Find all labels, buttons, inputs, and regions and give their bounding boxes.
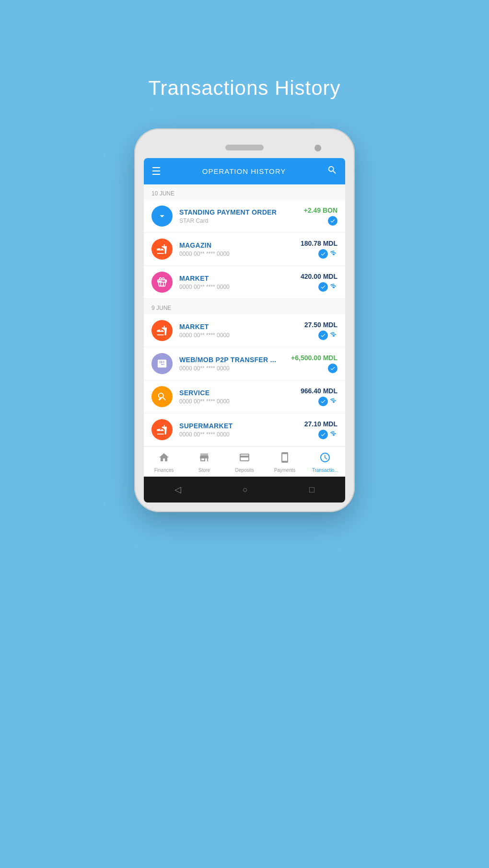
- amount-value: +2.49 BON: [304, 206, 338, 214]
- transaction-icon: [151, 239, 173, 260]
- phone-top: [144, 138, 345, 158]
- amount-value: 27.50 MDL: [304, 321, 338, 329]
- transaction-amount: 27.10 MDL: [304, 420, 338, 439]
- check-icon: [318, 331, 328, 340]
- nfc-icon: [330, 331, 338, 340]
- store-nav-label: Store: [198, 468, 210, 473]
- amount-value: 27.10 MDL: [304, 420, 338, 428]
- store-nav-icon: [198, 452, 210, 466]
- deposits-nav-label: Deposits: [235, 468, 254, 473]
- check-icon: [328, 364, 338, 373]
- amount-value: 180.78 MDL: [301, 240, 338, 247]
- nav-item-payments[interactable]: Payments: [265, 447, 305, 477]
- transaction-item[interactable]: MARKET 0000 00** **** 0000 27.50 MDL: [144, 314, 345, 347]
- transactions-list: 10 JUNE Standing payment order STAR Card…: [144, 184, 345, 446]
- transaction-icon: [151, 320, 173, 341]
- transaction-item[interactable]: Standing payment order STAR Card +2.49 B…: [144, 200, 345, 233]
- app-bar-title: OPERATION HISTORY: [202, 167, 286, 175]
- transaction-sub: 0000 00** **** 0000: [179, 398, 301, 405]
- nav-item-store[interactable]: Store: [184, 447, 224, 477]
- nav-item-finances[interactable]: Finances: [144, 447, 184, 477]
- check-icon: [328, 216, 338, 226]
- page-title: Transactions History: [148, 77, 340, 100]
- transaction-icon: [151, 386, 173, 407]
- transaction-name: Standing payment order: [179, 208, 304, 216]
- check-icon: [318, 249, 328, 259]
- transaction-details: MARKET 0000 00** **** 0000: [179, 323, 304, 339]
- check-icon: [318, 397, 328, 406]
- transaction-details: Standing payment order STAR Card: [179, 208, 304, 224]
- finances-nav-icon: [158, 452, 170, 466]
- nfc-icon: [330, 249, 338, 259]
- transaction-item[interactable]: MARKET 0000 00** **** 0000 420.00 MDL: [144, 266, 345, 299]
- transaction-icon: [151, 206, 173, 227]
- recent-button[interactable]: □: [309, 485, 314, 495]
- transaction-amount: 27.50 MDL: [304, 321, 338, 340]
- nfc-icon: [330, 430, 338, 439]
- amount-status-icons: [318, 430, 338, 439]
- deposits-nav-icon: [239, 452, 250, 466]
- transaction-sub: 0000 00** **** 0000: [179, 284, 301, 290]
- app-bar: ☰ OPERATION HISTORY: [144, 158, 345, 184]
- phone-screen: ☰ OPERATION HISTORY 10 JUNE Standing pay…: [144, 158, 345, 503]
- transaction-name: MARKET: [179, 323, 304, 331]
- transaction-sub: 0000 00** **** 0000: [179, 431, 304, 438]
- nav-item-transactions[interactable]: Transactio...: [305, 447, 345, 477]
- camera: [314, 145, 321, 151]
- android-nav-bar: ◁ ○ □: [144, 477, 345, 503]
- transaction-amount: +2.49 BON: [304, 206, 338, 226]
- payments-nav-icon: [279, 452, 291, 466]
- phone-frame: ☰ OPERATION HISTORY 10 JUNE Standing pay…: [134, 128, 355, 512]
- transaction-sub: 0000 00** **** 0000: [179, 251, 301, 257]
- amount-status-icons: [318, 397, 338, 406]
- transaction-item[interactable]: SUPERMARKET 0000 00** **** 0000 27.10 MD…: [144, 413, 345, 446]
- transaction-details: SUPERMARKET 0000 00** **** 0000: [179, 422, 304, 438]
- transaction-amount: 420.00 MDL: [301, 273, 338, 292]
- transaction-icon: [151, 419, 173, 440]
- transaction-icon: [151, 353, 173, 374]
- transaction-sub: STAR Card: [179, 217, 304, 224]
- amount-status-icons: [318, 282, 338, 292]
- bottom-nav: Finances Store Deposits Payments Transac…: [144, 446, 345, 477]
- transaction-amount: 966.40 MDL: [301, 387, 338, 406]
- amount-status-icons: [318, 249, 338, 259]
- speaker: [225, 145, 264, 150]
- transaction-details: SERVICE 0000 00** **** 0000: [179, 389, 301, 405]
- date-separator: 10 JUNE: [144, 184, 345, 200]
- transaction-name: SUPERMARKET: [179, 422, 304, 430]
- search-icon[interactable]: [327, 165, 338, 178]
- transaction-name: Web/Mob P2P transfer ...: [179, 356, 291, 364]
- transaction-item[interactable]: MAGAZIN 0000 00** **** 0000 180.78 MDL: [144, 233, 345, 266]
- transaction-name: MAGAZIN: [179, 241, 301, 249]
- transaction-details: MAGAZIN 0000 00** **** 0000: [179, 241, 301, 257]
- nav-item-deposits[interactable]: Deposits: [224, 447, 265, 477]
- menu-icon[interactable]: ☰: [151, 165, 161, 178]
- transactions-nav-label: Transactio...: [312, 468, 338, 473]
- transaction-sub: 0000 00** **** 0000: [179, 332, 304, 339]
- transaction-amount: +6,500.00 MDL: [291, 354, 338, 373]
- transaction-item[interactable]: SERVICE 0000 00** **** 0000 966.40 MDL: [144, 380, 345, 413]
- payments-nav-label: Payments: [274, 468, 295, 473]
- transaction-details: Web/Mob P2P transfer ... 0000 00** **** …: [179, 356, 291, 372]
- back-button[interactable]: ◁: [175, 484, 181, 495]
- transaction-details: MARKET 0000 00** **** 0000: [179, 274, 301, 290]
- nfc-icon: [330, 397, 338, 406]
- transaction-amount: 180.78 MDL: [301, 240, 338, 259]
- amount-value: 420.00 MDL: [301, 273, 338, 280]
- transaction-icon: [151, 272, 173, 293]
- finances-nav-label: Finances: [154, 468, 174, 473]
- nfc-icon: [330, 282, 338, 292]
- date-separator: 9 JUNE: [144, 299, 345, 314]
- transaction-name: SERVICE: [179, 389, 301, 397]
- transaction-item[interactable]: Web/Mob P2P transfer ... 0000 00** **** …: [144, 347, 345, 380]
- transaction-name: MARKET: [179, 274, 301, 282]
- amount-status-icons: [318, 331, 338, 340]
- amount-status-icons: [328, 216, 338, 226]
- transaction-sub: 0000 00** **** 0000: [179, 365, 291, 372]
- amount-value: +6,500.00 MDL: [291, 354, 338, 362]
- amount-status-icons: [328, 364, 338, 373]
- home-button[interactable]: ○: [243, 485, 248, 495]
- amount-value: 966.40 MDL: [301, 387, 338, 395]
- check-icon: [318, 430, 328, 439]
- check-icon: [318, 282, 328, 292]
